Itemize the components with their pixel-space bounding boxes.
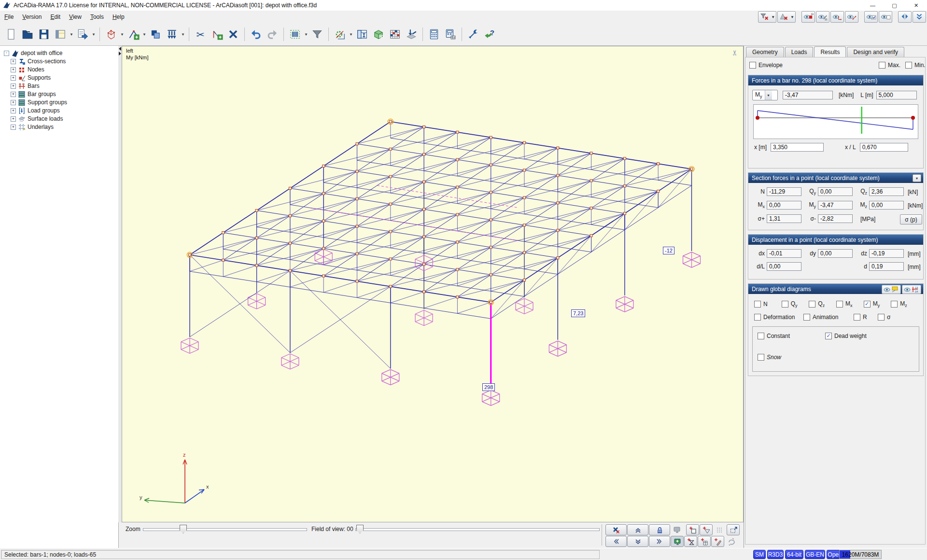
tree-splitter[interactable] [118, 46, 122, 522]
x-position-field[interactable] [771, 143, 824, 152]
duplicate-button[interactable] [147, 25, 164, 43]
result-grid-button[interactable] [387, 25, 403, 43]
min-checkbox-row[interactable]: Min. [905, 62, 926, 69]
x-ratio-field[interactable] [860, 143, 908, 152]
menu-tools[interactable]: Tools [86, 12, 108, 22]
menu-view[interactable]: View [65, 12, 86, 22]
cut-button[interactable]: ✂ [192, 25, 209, 43]
loads-dropdown-arrow-icon[interactable]: ▼ [180, 25, 186, 43]
add-node-button[interactable] [125, 25, 141, 43]
sigma-p-button[interactable]: σ (p) [900, 214, 922, 224]
value-field[interactable] [818, 201, 853, 210]
value-field[interactable] [818, 249, 853, 258]
tree-item-nodes[interactable]: +Nodes [0, 66, 118, 73]
load-group-check-snow[interactable]: Snow [758, 354, 830, 361]
value-field[interactable] [869, 201, 904, 210]
zoom-slider-track[interactable] [143, 528, 307, 531]
tab-geometry[interactable]: Geometry [746, 47, 784, 57]
show-local-axes-button[interactable] [830, 11, 844, 23]
add-measure-button[interactable] [209, 25, 225, 43]
value-field[interactable] [818, 187, 853, 196]
maximize-button[interactable]: ▢ [884, 0, 905, 11]
pan-up-button[interactable] [627, 524, 648, 535]
zoom-slider-thumb[interactable] [180, 525, 187, 533]
tree-item-load-groups[interactable]: +Load groups [0, 107, 118, 114]
loads-button[interactable] [164, 25, 180, 43]
help-button[interactable]: ? [481, 25, 498, 43]
dropdown-arrow-icon[interactable]: ▼ [771, 15, 775, 19]
load-group-check-dead-weight[interactable]: ✓Dead weight [825, 333, 898, 339]
show-values-button[interactable] [882, 285, 901, 294]
solid-visibility-dropdown-button[interactable]: ▼ [777, 11, 796, 23]
pan-down-button[interactable] [627, 536, 648, 547]
value-field[interactable] [767, 214, 801, 223]
add-cone-view-button[interactable] [700, 524, 713, 535]
tree-expand-box[interactable]: - [4, 51, 9, 56]
view-3d-button[interactable]: 3D [370, 25, 387, 43]
tree-item-bars[interactable]: +Bars [0, 82, 118, 90]
menu-help[interactable]: Help [108, 12, 129, 22]
filter-visibility-dropdown-button[interactable]: ▼ [758, 11, 776, 23]
redo-button[interactable] [264, 25, 281, 43]
new-document-button[interactable] [3, 25, 19, 43]
diagram-check-σ[interactable]: σ [878, 314, 907, 321]
mesh-settings-dropdown-arrow-icon[interactable]: ▼ [348, 25, 354, 43]
show-dimensions-button[interactable] [845, 11, 858, 23]
show-bars-toggle-button[interactable] [864, 11, 878, 23]
fit-view-button[interactable] [671, 536, 684, 547]
tree-item-support-groups[interactable]: +Support groups [0, 98, 118, 106]
diagram-check-my[interactable]: ✓My [864, 300, 891, 308]
tree-expand-box[interactable]: + [11, 59, 16, 64]
calculate-button[interactable] [426, 25, 442, 43]
pan-right-button[interactable] [649, 536, 670, 547]
fov-slider-thumb[interactable] [356, 525, 364, 533]
fov-slider-track[interactable] [355, 528, 600, 531]
value-field[interactable] [767, 262, 801, 271]
tree-item-bar-groups[interactable]: +Bar groups [0, 90, 118, 98]
combo-arrow-icon[interactable]: ▼ [765, 90, 772, 100]
calculation-report-button[interactable] [442, 25, 459, 43]
bar-length-field[interactable] [876, 91, 917, 99]
tree-item-surface-loads[interactable]: +Surface loads [0, 115, 118, 123]
envelope-checkbox[interactable] [749, 62, 756, 69]
mesh-settings-button[interactable] [332, 25, 348, 43]
max-checkbox-row[interactable]: Max. [879, 62, 900, 69]
frame-3d-dropdown-arrow-icon[interactable]: ▼ [119, 25, 125, 43]
show-node-numbers-button[interactable]: 11 [801, 11, 815, 23]
project-views-button[interactable] [52, 25, 69, 43]
diagram-check-deformation[interactable]: Deformation [754, 314, 803, 321]
tree-item-depot-with-office[interactable]: -depot with office [0, 49, 118, 57]
export-document-button[interactable] [74, 25, 91, 43]
max-checkbox[interactable] [879, 62, 885, 69]
dropdown-arrow-icon[interactable]: ▼ [790, 15, 794, 19]
value-field[interactable] [767, 249, 801, 258]
delete-button[interactable] [225, 25, 241, 43]
mirror-view-button[interactable] [898, 11, 912, 23]
tab-results[interactable]: Results [814, 46, 846, 57]
import-loads-button[interactable] [403, 25, 420, 43]
menu-version[interactable]: Version [18, 12, 46, 22]
tab-design-and-verify[interactable]: Design and verify [847, 47, 904, 57]
min-checkbox[interactable] [905, 62, 912, 69]
tree-expand-box[interactable]: + [11, 125, 16, 130]
options-button[interactable] [465, 25, 481, 43]
tree-expand-box[interactable]: + [11, 108, 16, 113]
diagram-check-mx[interactable]: Mx [836, 300, 864, 308]
diagram-check-animation[interactable]: Animation [803, 314, 854, 321]
value-field[interactable] [767, 201, 801, 210]
pan-left-button[interactable] [605, 536, 627, 547]
properties-table-button[interactable] [354, 25, 370, 43]
menu-file[interactable]: File [0, 12, 18, 22]
tree-expand-box[interactable]: + [11, 84, 16, 89]
tree-expand-box[interactable]: + [11, 75, 16, 81]
envelope-checkbox-row[interactable]: Envelope [749, 62, 783, 69]
cross-sections-dropdown-arrow-icon[interactable]: ▼ [303, 25, 309, 43]
add-hourglass-button[interactable] [684, 536, 697, 547]
value-field[interactable] [818, 214, 853, 223]
diagram-check-mz[interactable]: Mz [891, 300, 918, 308]
bar-force-diagram[interactable] [753, 104, 918, 139]
zoom-window-button[interactable] [727, 524, 740, 535]
value-field[interactable] [869, 187, 904, 196]
show-bar-numbers-button[interactable]: 11 [816, 11, 829, 23]
diagram-check-qy[interactable]: Qy [782, 300, 809, 308]
